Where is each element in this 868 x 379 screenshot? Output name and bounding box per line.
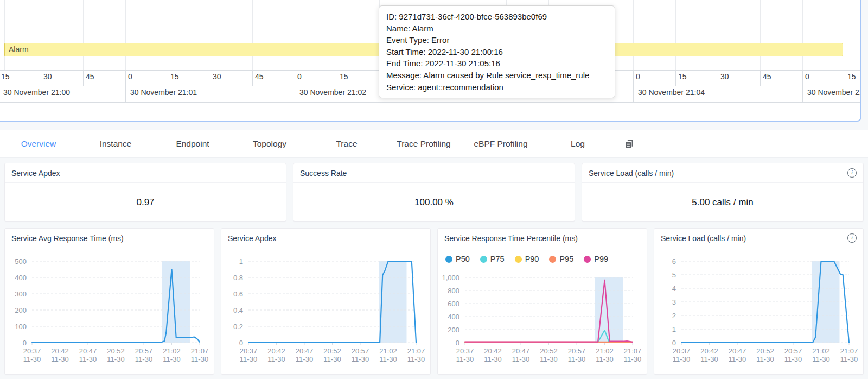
timeline-date-label: 30 November 21:02	[299, 88, 366, 97]
x-tick-sublabel: 11-30	[407, 355, 425, 363]
timeline-tick	[675, 70, 676, 86]
legend-item-p75[interactable]: P75	[480, 255, 505, 263]
tab-topology[interactable]: Topology	[231, 139, 308, 149]
y-tick-label: 0.2	[233, 323, 243, 331]
timeline-tick	[252, 70, 253, 86]
x-tick-label: 20:57	[352, 347, 369, 355]
x-tick-sublabel: 11-30	[240, 355, 257, 363]
x-tick-label: 20:42	[51, 347, 69, 355]
info-icon[interactable]: i	[847, 233, 857, 243]
summary-cards-row: Service Apdex0.97Success Rate100.00 %Ser…	[4, 163, 864, 222]
x-tick-label: 20:57	[784, 347, 802, 355]
chart-area[interactable]: P50P75P90P95P9902004006008001,00020:3711…	[438, 248, 647, 374]
copy-widget-icon-button[interactable]	[616, 138, 641, 150]
x-tick-label: 21:07	[191, 347, 209, 355]
metric-title: Service Apdex	[11, 169, 60, 178]
chart-area[interactable]: 012345620:3711-3020:4211-3020:4711-3020:…	[654, 248, 863, 374]
y-tick-label: 300	[15, 290, 27, 298]
chart-title: Service Apdex	[228, 234, 277, 243]
legend-label: P75	[490, 255, 505, 263]
x-tick-label: 20:42	[267, 347, 285, 355]
x-tick-sublabel: 11-30	[812, 355, 829, 363]
metric-title: Service Load (calls / min)	[589, 169, 674, 178]
x-tick-label: 21:02	[163, 347, 181, 355]
x-tick-sublabel: 11-30	[191, 355, 208, 363]
x-tick-label: 20:52	[107, 347, 125, 355]
x-tick-label: 20:42	[700, 347, 718, 355]
x-tick-sublabel: 11-30	[673, 355, 690, 363]
y-tick-label: 0	[456, 339, 459, 347]
x-tick-label: 21:07	[407, 347, 425, 355]
event-timeline-panel[interactable]: Alarm 1530450153045015304501530450153045…	[0, 0, 861, 122]
x-tick-sublabel: 11-30	[596, 355, 613, 363]
x-tick-label: 20:47	[296, 347, 314, 355]
timeline-tick-label: 30	[213, 72, 221, 81]
y-tick-label: 0	[239, 339, 243, 347]
legend-label: P90	[525, 255, 539, 263]
timeline-gridline	[760, 0, 761, 70]
chart-title: Service Load (calls / min)	[661, 234, 746, 243]
summary-card-header: Service Load (calls / min)i	[582, 163, 863, 183]
tab-endpoint[interactable]: Endpoint	[154, 139, 231, 149]
timeline-tick-label: 0	[805, 72, 809, 81]
chart-area[interactable]: 010020030040050020:3711-3020:4211-3020:4…	[5, 248, 214, 374]
chart-canvas[interactable]: 010020030040050020:3711-3020:4211-3020:4…	[5, 248, 214, 374]
chart-canvas[interactable]: 012345620:3711-3020:4211-3020:4711-3020:…	[654, 248, 863, 374]
chart-card: Service Response Time Percentile (ms)P50…	[437, 228, 647, 375]
legend-item-p90[interactable]: P90	[515, 255, 539, 263]
summary-card-header: Success Rate	[293, 163, 575, 183]
metric-title: Success Rate	[300, 169, 347, 178]
tab-ebpf-profiling[interactable]: eBPF Profiling	[462, 139, 539, 149]
legend-dot-p90	[515, 256, 522, 263]
summary-card: Service Apdex0.97	[4, 163, 286, 222]
timeline-minute-line	[633, 70, 634, 102]
chart-canvas[interactable]: 02004006008001,00020:3711-3020:4211-3020…	[438, 248, 647, 374]
tooltip-line: Event Type: Error	[386, 34, 608, 46]
x-tick-sublabel: 11-30	[135, 355, 152, 363]
x-tick-label: 21:02	[596, 347, 614, 355]
chart-card-header: Service Response Time Percentile (ms)	[438, 229, 647, 248]
y-tick-label: 1	[239, 257, 243, 266]
tab-trace-profiling[interactable]: Trace Profiling	[385, 139, 462, 149]
y-tick-label: 0.6	[233, 290, 243, 298]
chart-cards-row: Service Avg Response Time (ms)0100200300…	[4, 228, 864, 375]
x-tick-label: 20:37	[673, 347, 691, 355]
legend-item-p99[interactable]: P99	[584, 255, 608, 263]
timeline-minute-line	[125, 70, 126, 102]
chart-canvas[interactable]: 00.20.40.60.8120:3711-3020:4211-3020:471…	[221, 248, 430, 374]
timeline-date-label: 30 November 21:04	[638, 88, 705, 97]
timeline-tick	[41, 70, 41, 86]
x-tick-label: 21:02	[379, 347, 397, 355]
y-tick-label: 4	[672, 285, 676, 293]
chart-area[interactable]: 00.20.40.60.8120:3711-3020:4211-3020:471…	[221, 248, 430, 374]
y-tick-label: 600	[448, 300, 459, 308]
x-tick-sublabel: 11-30	[267, 355, 285, 363]
service-tabbar: OverviewInstanceEndpointTopologyTraceTra…	[0, 130, 868, 158]
tab-trace[interactable]: Trace	[308, 139, 385, 149]
y-tick-label: 1,000	[442, 274, 459, 282]
legend-dot-p50	[445, 256, 452, 263]
x-tick-sublabel: 11-30	[79, 355, 97, 363]
chart-legend: P50P75P90P95P99	[445, 255, 608, 263]
y-tick-label: 5	[672, 271, 676, 279]
x-tick-sublabel: 11-30	[512, 355, 529, 363]
legend-item-p50[interactable]: P50	[445, 255, 470, 263]
legend-label: P95	[559, 255, 573, 263]
x-tick-label: 21:02	[812, 347, 830, 355]
timeline-tick-label: 15	[340, 72, 348, 81]
y-tick-label: 0	[672, 339, 676, 347]
x-tick-label: 20:52	[323, 347, 341, 355]
tooltip-line: End Time: 2022-11-30 21:05:16	[386, 58, 608, 70]
chart-card-header: Service Avg Response Time (ms)	[5, 229, 214, 248]
tab-instance[interactable]: Instance	[77, 139, 154, 149]
legend-dot-p99	[584, 256, 591, 263]
tab-overview[interactable]: Overview	[0, 139, 77, 149]
chart-card-header: Service Load (calls / min)i	[654, 229, 863, 248]
x-tick-label: 20:37	[456, 347, 474, 355]
tab-log[interactable]: Log	[539, 139, 616, 149]
legend-item-p95[interactable]: P95	[549, 255, 573, 263]
info-icon[interactable]: i	[847, 168, 857, 178]
y-tick-label: 6	[672, 257, 676, 266]
timeline-date-label: 30 November 21:00	[3, 88, 70, 97]
chart-title: Service Response Time Percentile (ms)	[444, 234, 578, 243]
